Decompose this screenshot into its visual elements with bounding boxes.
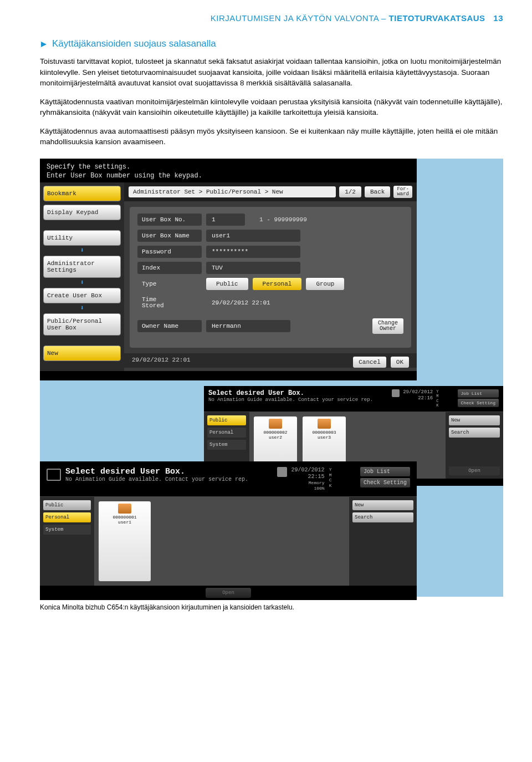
paragraph-1: Toistuvasti tarvittavat kopiot, tulostee… [40, 56, 503, 89]
user-box-no-range: 1 - 999999999 [259, 216, 307, 223]
tab-system[interactable]: System [43, 525, 91, 535]
tab-personal[interactable]: Personal [43, 512, 91, 522]
open-button[interactable]: Open [449, 466, 500, 475]
back-button[interactable]: Back [365, 186, 390, 197]
header-bold: TIETOTURVAKATSAUS [389, 13, 485, 23]
section-heading: Käyttäjäkansioiden suojaus salasanalla [40, 38, 503, 49]
change-owner-button[interactable]: Change Owner [372, 318, 403, 334]
user-box-no-label: User Box No. [137, 214, 202, 226]
check-setting-button[interactable]: Check Setting [360, 478, 410, 487]
user-box-name-label: User Box Name [137, 230, 202, 242]
job-list-button[interactable]: Job List [360, 467, 410, 476]
password-value[interactable]: ********** [206, 246, 300, 258]
ok-button[interactable]: OK [391, 357, 409, 368]
info-icon[interactable] [392, 389, 400, 397]
type-public-button[interactable]: Public [206, 278, 248, 290]
breadcrumb: Administrator Set > Public/Personal > Ne… [129, 186, 336, 197]
header-text: KIRJAUTUMISEN JA KÄYTÖN VALVONTA – [211, 13, 389, 23]
figure-caption: Konica Minolta bizhub C654:n käyttäjäkan… [40, 603, 503, 611]
lock-icon [47, 469, 61, 481]
panel-subtitle: No Animation Guide available. Contact yo… [65, 476, 248, 482]
create-user-box-button[interactable]: Create User Box [43, 288, 121, 303]
search-button[interactable]: Search [352, 512, 413, 522]
page-indicator: 1/2 [339, 186, 361, 197]
panel-title: Select desired User Box. [65, 467, 248, 476]
paragraph-2: Käyttäjätodennusta vaativan monitoimijär… [40, 96, 503, 118]
time-stored-value: 29/02/2012 22:01 [206, 297, 328, 309]
bookmark-button[interactable]: Bookmark [43, 186, 121, 201]
box-id: 000000002 [256, 430, 295, 435]
box-name: user2 [256, 435, 295, 440]
arrow-down-icon: ⬇ [43, 249, 121, 252]
admin-settings-button[interactable]: Administrator Settings [43, 256, 121, 278]
check-setting-button[interactable]: Check Setting [458, 399, 499, 407]
index-value[interactable]: TUV [206, 262, 300, 274]
time-stored-label: Time Stored [137, 294, 202, 312]
memory-indicator: Memory 100% [291, 480, 325, 491]
utility-button[interactable]: Utility [43, 230, 121, 246]
user-box-no-value[interactable]: 1 [206, 214, 245, 226]
paragraph-3: Käyttäjätodennus avaa automaattisesti pä… [40, 126, 503, 148]
public-personal-button[interactable]: Public/Personal User Box [43, 313, 121, 336]
display-keypad-button[interactable]: Display Keypad [43, 205, 121, 220]
tab-public[interactable]: Public [43, 500, 91, 510]
cancel-button[interactable]: Cancel [353, 357, 386, 368]
folder-icon [318, 419, 331, 429]
box-id: 000000003 [305, 430, 344, 435]
panel-subtitle: No Animation Guide available. Contact yo… [208, 397, 373, 403]
type-personal-button[interactable]: Personal [253, 278, 302, 290]
arrow-down-icon: ⬇ [43, 307, 121, 310]
forward-button[interactable]: For- ward [393, 186, 412, 198]
index-label: Index [137, 262, 202, 274]
page-header: KIRJAUTUMISEN JA KÄYTÖN VALVONTA – TIETO… [40, 13, 503, 23]
user-box-item[interactable]: 000000001 user1 [99, 501, 151, 581]
new-button[interactable]: New [352, 500, 413, 510]
screenshot-box-settings: Specify the settings. Enter User Box num… [40, 159, 417, 380]
instruction-line1: Specify the settings. [47, 163, 410, 172]
tab-personal[interactable]: Personal [207, 428, 246, 438]
screenshot-select-box-personal: Select desired User Box. No Animation Gu… [40, 461, 417, 597]
new-button[interactable]: New [43, 346, 121, 361]
type-label: Type [137, 278, 202, 290]
type-group-button[interactable]: Group [306, 278, 344, 290]
owner-name-label: Owner Name [137, 320, 202, 332]
page-number: 13 [493, 13, 503, 23]
section-title: Käyttäjäkansioiden suojaus salasanalla [52, 38, 216, 49]
timestamp: 29/02/2012 22:01 [132, 357, 191, 368]
panel-title: Select desired User Box. [208, 389, 373, 397]
job-list-button[interactable]: Job List [458, 389, 499, 398]
datetime: 29/02/2012 22:16 [403, 389, 433, 402]
box-id: 000000001 [101, 515, 149, 520]
password-label: Password [137, 246, 202, 258]
cmyk-indicator: Y M C K [436, 389, 438, 408]
tab-public[interactable]: Public [207, 415, 246, 425]
box-name: user1 [101, 520, 149, 525]
new-button[interactable]: New [449, 415, 500, 425]
bullet-icon [40, 40, 48, 48]
folder-icon [269, 419, 282, 429]
search-button[interactable]: Search [449, 428, 500, 438]
instruction-line2: Enter User Box number using the keypad. [47, 172, 410, 181]
user-box-name-value[interactable]: user1 [206, 230, 300, 242]
info-icon[interactable] [277, 467, 287, 477]
screenshot-container: Specify the settings. Enter User Box num… [40, 159, 503, 597]
open-button[interactable]: Open [206, 588, 251, 598]
tab-system[interactable]: System [207, 440, 246, 450]
box-name: user3 [305, 435, 344, 440]
cmyk-indicator: Y M C K [329, 467, 332, 488]
owner-name-value[interactable]: Herrmann [206, 320, 290, 332]
datetime: 29/02/2012 22:15 [291, 467, 325, 480]
folder-icon [118, 504, 131, 514]
arrow-down-icon: ⬇ [43, 281, 121, 285]
